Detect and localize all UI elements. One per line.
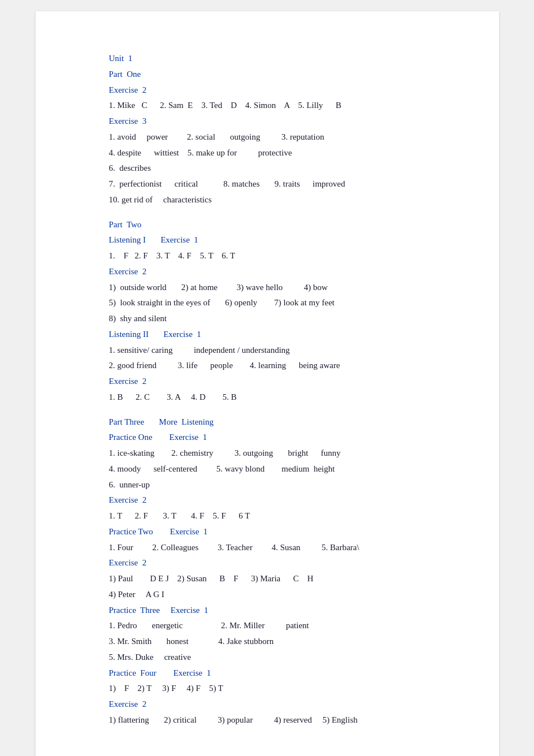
- page: Unit 1Part OneExercise 21. Mike C 2. Sam…: [36, 11, 499, 756]
- line-p3-ex1-1: 1. Pedro energetic 2. Mr. Miller patient: [109, 618, 442, 634]
- line-p1-ex1-2: 4. moody self-centered 5. wavy blond med…: [109, 461, 442, 477]
- line-li2-ex1-2: 2. good friend 3. life people 4. learnin…: [109, 358, 442, 374]
- line-p4-ex1-ans: 1) F 2) T 3) F 4) F 5) T: [109, 681, 442, 697]
- line-p4-ex2-label: Exercise 2: [109, 697, 442, 712]
- line-p1-ex2-ans: 1. T 2. F 3. T 4. F 5. F 6 T: [109, 508, 442, 524]
- line-p1-ex1-3: 6. unner-up: [109, 477, 442, 493]
- line-li2-ex2-label: Exercise 2: [109, 374, 442, 390]
- line-p1-ex1-1: 1. ice-skating 2. chemistry 3. outgoing …: [109, 446, 442, 461]
- line-ex3-4: 7. perfectionist critical 8. matches 9. …: [109, 176, 442, 192]
- line-gap1: [109, 208, 442, 217]
- line-gap2: [109, 405, 442, 414]
- line-li1-ex2-3: 8) shy and silent: [109, 311, 442, 327]
- line-unit1: Unit 1: [109, 51, 442, 67]
- line-ex3-2: 4. despite wittiest 5. make up for prote…: [109, 145, 442, 161]
- line-li2-label: Listening II Exercise 1: [109, 327, 442, 343]
- line-p3-ex1-2: 3. Mr. Smith honest 4. Jake stubborn: [109, 634, 442, 650]
- line-ex3-1: 1. avoid power 2. social outgoing 3. rep…: [109, 129, 442, 145]
- line-li1-ex1-ans: 1. F 2. F 3. T 4. F 5. T 6. T: [109, 248, 442, 264]
- line-p2-ex2-1: 1) Paul D E J 2) Susan B F 3) Maria C H: [109, 571, 442, 587]
- line-ex2-label: Exercise 2: [109, 83, 442, 98]
- line-li1-ex2-label: Exercise 2: [109, 264, 442, 280]
- line-p1-label: Practice One Exercise 1: [109, 430, 442, 446]
- line-ex3-5: 10. get rid of characteristics: [109, 192, 442, 208]
- line-part-two: Part Two: [109, 217, 442, 233]
- line-li2-ex2-ans: 1. B 2. C 3. A 4. D 5. B: [109, 390, 442, 405]
- line-li1-ex2-2: 5) look straight in the eyes of 6) openl…: [109, 295, 442, 311]
- line-p2-ex1-ans: 1. Four 2. Colleagues 3. Teacher 4. Susa…: [109, 540, 442, 556]
- line-li2-ex1-1: 1. sensitive/ caring independent / under…: [109, 343, 442, 358]
- line-ex3-label: Exercise 3: [109, 114, 442, 129]
- line-p3-ex1-3: 5. Mrs. Duke creative: [109, 650, 442, 666]
- line-p4-ex2-ans: 1) flattering 2) critical 3) popular 4) …: [109, 712, 442, 728]
- line-p2-ex2-2: 4) Peter A G I: [109, 587, 442, 603]
- line-li1-label: Listening I Exercise 1: [109, 232, 442, 248]
- line-p1-ex2-label: Exercise 2: [109, 493, 442, 508]
- line-p2-label: Practice Two Exercise 1: [109, 524, 442, 540]
- line-p4-label: Practice Four Exercise 1: [109, 666, 442, 681]
- line-part-one: Part One: [109, 67, 442, 83]
- line-li1-ex2-1: 1) outside world 2) at home 3) wave hell…: [109, 280, 442, 296]
- line-part-three: Part Three More Listening: [109, 414, 442, 430]
- line-ex3-3: 6. describes: [109, 161, 442, 176]
- line-ex2-ans: 1. Mike C 2. Sam E 3. Ted D 4. Simon A 5…: [109, 98, 442, 114]
- line-p3-label: Practice Three Exercise 1: [109, 603, 442, 619]
- line-p2-ex2-label: Exercise 2: [109, 555, 442, 571]
